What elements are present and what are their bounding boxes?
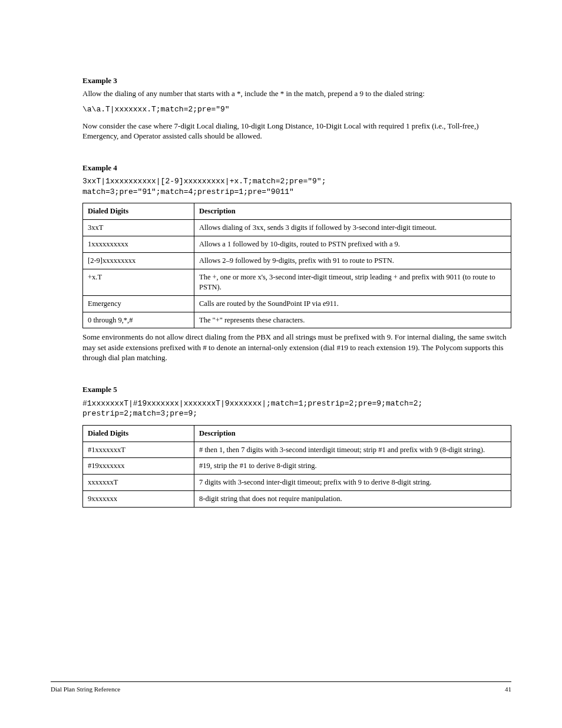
example-4-heading: Example 4 xyxy=(82,163,511,173)
table-header: Description xyxy=(194,425,511,442)
footer-left: Dial Plan String Reference xyxy=(51,685,120,694)
table-cell: The "+" represents these characters. xyxy=(194,312,511,328)
table-cell: #19xxxxxxx xyxy=(83,458,194,475)
table-cell: Allows 2–9 followed by 9-digits, prefix … xyxy=(194,253,511,269)
table-row: Emergency Calls are routed by the SoundP… xyxy=(83,295,511,312)
table-cell: Allows dialing of 3xx, sends 3 digits if… xyxy=(194,220,511,236)
table-cell: 8-digit string that does not require man… xyxy=(194,491,511,508)
table-row: xxxxxxxT 7 digits with 3-second inter-di… xyxy=(83,475,511,491)
page: Example 3 Allow the dialing of any numbe… xyxy=(0,0,562,728)
table-cell: +x.T xyxy=(83,269,194,295)
example-3-after: Now consider the case where 7-digit Loca… xyxy=(82,121,511,141)
table-cell: 7 digits with 3-second inter-digit timeo… xyxy=(194,475,511,491)
table-header: Dialed Digits xyxy=(83,203,194,220)
table-header: Dialed Digits xyxy=(83,425,194,442)
example-3: Example 3 Allow the dialing of any numbe… xyxy=(82,75,511,141)
example-3-heading: Example 3 xyxy=(82,75,511,86)
table-cell: Allows a 1 followed by 10-digits, routed… xyxy=(194,236,511,253)
table-cell: #19, strip the #1 to derive 8-digit stri… xyxy=(194,458,511,475)
example-5-code: #1xxxxxxxT|#19xxxxxxx|xxxxxxxT|9xxxxxxx|… xyxy=(82,398,511,419)
table-row: 3xxT Allows dialing of 3xx, sends 3 digi… xyxy=(83,220,511,236)
table-row: [2-9]xxxxxxxxx Allows 2–9 followed by 9-… xyxy=(83,253,511,269)
table-cell: xxxxxxxT xyxy=(83,475,194,491)
table-row: #19xxxxxxx #19, strip the #1 to derive 8… xyxy=(83,458,511,475)
table-cell: 3xxT xyxy=(83,220,194,236)
table-cell: #1xxxxxxxT xyxy=(83,442,194,458)
example-4-table: Dialed Digits Description 3xxT Allows di… xyxy=(82,203,511,328)
example-4: Example 4 3xxT|1xxxxxxxxxx|[2-9]xxxxxxxx… xyxy=(82,163,511,363)
footer-page-number: 41 xyxy=(505,685,511,694)
table-cell: The +, one or more x's, 3-second inter-d… xyxy=(194,269,511,295)
table-header: Description xyxy=(194,203,511,220)
table-cell: [2-9]xxxxxxxxx xyxy=(83,253,194,269)
example-5: Example 5 #1xxxxxxxT|#19xxxxxxx|xxxxxxxT… xyxy=(82,384,511,508)
table-row: 9xxxxxxx 8-digit string that does not re… xyxy=(83,491,511,508)
example-5-heading: Example 5 xyxy=(82,384,511,395)
example-5-table: Dialed Digits Description #1xxxxxxxT # t… xyxy=(82,425,511,508)
table-cell: Calls are routed by the SoundPoint IP vi… xyxy=(194,295,511,312)
example-3-code: \a\a.T|xxxxxxx.T;match=2;pre="9" xyxy=(82,104,511,115)
table-cell: 9xxxxxxx xyxy=(83,491,194,508)
table-row: 1xxxxxxxxxx Allows a 1 followed by 10-di… xyxy=(83,236,511,253)
table-row: #1xxxxxxxT # then 1, then 7 digits with … xyxy=(83,442,511,458)
table-header-row: Dialed Digits Description xyxy=(83,203,511,220)
table-cell: 1xxxxxxxxxx xyxy=(83,236,194,253)
table-cell: Emergency xyxy=(83,295,194,312)
example-4-after: Some environments do not allow direct di… xyxy=(82,332,511,363)
table-row: +x.T The +, one or more x's, 3-second in… xyxy=(83,269,511,295)
example-3-intro: Allow the dialing of any number that sta… xyxy=(82,88,511,99)
table-row: 0 through 9,*,# The "+" represents these… xyxy=(83,312,511,328)
footer-rule xyxy=(51,681,511,682)
table-cell: 0 through 9,*,# xyxy=(83,312,194,328)
table-header-row: Dialed Digits Description xyxy=(83,425,511,442)
table-cell: # then 1, then 7 digits with 3-second in… xyxy=(194,442,511,458)
example-4-code: 3xxT|1xxxxxxxxxx|[2-9]xxxxxxxxx|+x.T;mat… xyxy=(82,176,511,197)
